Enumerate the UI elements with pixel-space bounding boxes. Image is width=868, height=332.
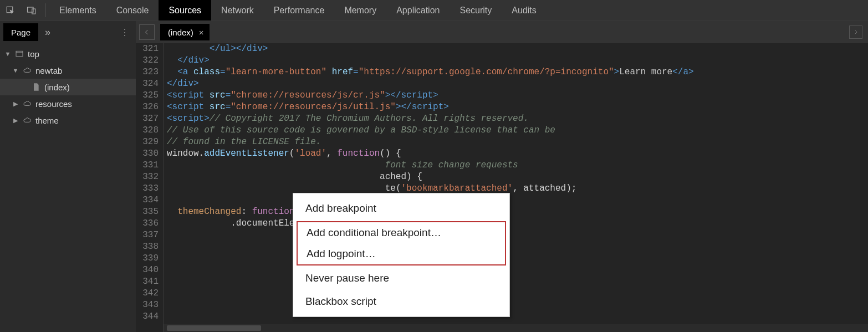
tree-row-folder[interactable]: ▶ resources [0,95,136,112]
context-menu-item[interactable]: Never pause here [293,267,509,290]
svg-rect-1 [28,7,34,12]
sidebar-head: Page » ⋮ [0,21,136,43]
context-menu-item[interactable]: Blackbox script [293,290,509,313]
window-icon [14,49,24,59]
editor-tab-label: (index) [168,28,193,37]
sidebar-more-tabs[interactable]: » [45,27,50,38]
tree-row-file[interactable]: (index) [0,79,136,95]
code-lines[interactable]: </ul></div> </div> <a class="learn-more-… [164,43,868,332]
scrollbar-thumb[interactable] [167,325,261,331]
tree-row-top[interactable]: ▼ top [0,45,136,62]
editor-nav-back-icon[interactable] [139,24,155,40]
twisty-down-icon: ▼ [4,50,11,57]
horizontal-scrollbar[interactable] [164,324,868,332]
tab-application[interactable]: Application [386,0,450,21]
tab-sources[interactable]: Sources [159,0,211,21]
file-icon [31,82,41,92]
cloud-icon [22,65,32,75]
line-gutter[interactable]: 3213223233243253263273283293303313323333… [136,43,164,332]
sources-sidebar: Page » ⋮ ▼ top ▼ newtab (index) ▶ res [0,21,136,332]
editor: (index) × 321322323324325326327328329330… [136,21,868,332]
tab-console[interactable]: Console [106,0,159,21]
devtools-tabbar: ElementsConsoleSourcesNetworkPerformance… [0,0,868,21]
context-menu-item[interactable]: Add conditional breakpoint… [298,222,505,243]
close-icon[interactable]: × [199,28,204,37]
tree-label: resources [35,99,72,109]
svg-rect-2 [32,9,35,14]
tab-audits[interactable]: Audits [502,0,546,21]
tree-label: (index) [44,83,70,92]
inspect-icon[interactable] [0,0,21,21]
tree-row-domain[interactable]: ▼ newtab [0,62,136,79]
sidebar-menu-icon[interactable]: ⋮ [120,27,130,38]
context-menu: Add breakpoint Add conditional breakpoin… [293,193,510,317]
device-toggle-icon[interactable] [21,0,42,21]
twisty-right-icon: ▶ [12,100,19,108]
tab-security[interactable]: Security [450,0,502,21]
tab-network[interactable]: Network [211,0,264,21]
editor-nav-forward-icon[interactable] [849,25,862,39]
tree-row-folder[interactable]: ▶ theme [0,112,136,129]
context-menu-item[interactable]: Add breakpoint [293,197,509,220]
tree-label: top [28,49,39,59]
cloud-icon [22,99,32,109]
tree-label: theme [35,116,59,125]
context-menu-highlight: Add conditional breakpoint…Add logpoint… [297,221,506,265]
twisty-down-icon: ▼ [12,67,19,74]
context-menu-item[interactable]: Add logpoint… [298,243,505,264]
cloud-icon [22,115,32,125]
editor-tab[interactable]: (index) × [160,24,210,40]
twisty-right-icon: ▶ [12,117,19,124]
tab-memory[interactable]: Memory [334,0,386,21]
editor-head: (index) × [136,21,868,43]
tab-elements[interactable]: Elements [49,0,106,21]
tree-label: newtab [35,66,62,75]
tabbar-separator [45,3,46,17]
file-tree: ▼ top ▼ newtab (index) ▶ resources ▶ [0,43,136,129]
svg-rect-3 [16,51,23,56]
sidebar-tab-page[interactable]: Page [3,23,38,41]
tab-performance[interactable]: Performance [264,0,335,21]
